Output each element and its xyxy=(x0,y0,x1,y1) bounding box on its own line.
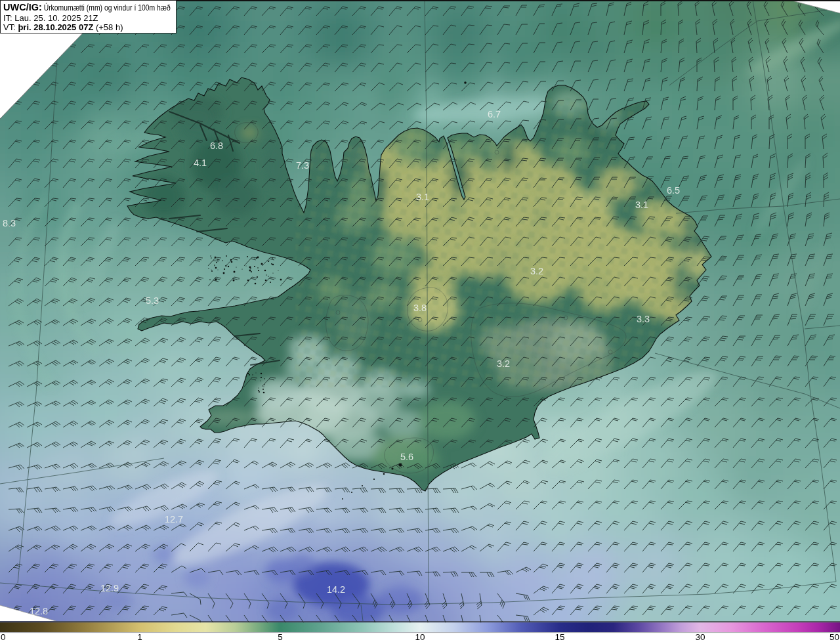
svg-text:3.8: 3.8 xyxy=(413,303,427,313)
svg-text:IT: Lau. 25. 10. 2025 21Z: IT: Lau. 25. 10. 2025 21Z xyxy=(3,13,98,23)
svg-text:7.3: 7.3 xyxy=(296,160,309,171)
svg-text:3.1: 3.1 xyxy=(635,200,648,210)
svg-text:4.1: 4.1 xyxy=(194,158,207,168)
svg-text:3.2: 3.2 xyxy=(530,266,543,276)
svg-text:12.7: 12.7 xyxy=(165,514,183,524)
svg-text:UWC/IG: Úrkomumætti (mm) og vi: UWC/IG: Úrkomumætti (mm) og vindur í 100… xyxy=(3,2,171,12)
svg-text:1: 1 xyxy=(137,632,142,642)
svg-text:5: 5 xyxy=(278,632,283,642)
svg-text:15: 15 xyxy=(555,632,564,642)
svg-text:3.2: 3.2 xyxy=(497,358,510,369)
svg-text:14.2: 14.2 xyxy=(327,584,345,595)
svg-text:3.3: 3.3 xyxy=(637,314,650,324)
svg-text:6.5: 6.5 xyxy=(667,185,680,196)
svg-text:50: 50 xyxy=(830,632,839,642)
svg-text:5.3: 5.3 xyxy=(146,295,159,306)
svg-text:0: 0 xyxy=(1,632,6,642)
svg-text:30: 30 xyxy=(695,632,705,642)
svg-text:8.3: 8.3 xyxy=(3,218,16,228)
svg-text:10: 10 xyxy=(415,632,425,642)
svg-text:3.1: 3.1 xyxy=(416,192,429,202)
svg-text:5.6: 5.6 xyxy=(400,452,413,462)
svg-text:6.8: 6.8 xyxy=(210,140,223,151)
svg-text:12.9: 12.9 xyxy=(100,583,119,593)
svg-text:6.7: 6.7 xyxy=(488,109,501,119)
svg-text:VT: þri. 28.10.2025 07Z (+58 h: VT: þri. 28.10.2025 07Z (+58 h) xyxy=(3,22,123,32)
